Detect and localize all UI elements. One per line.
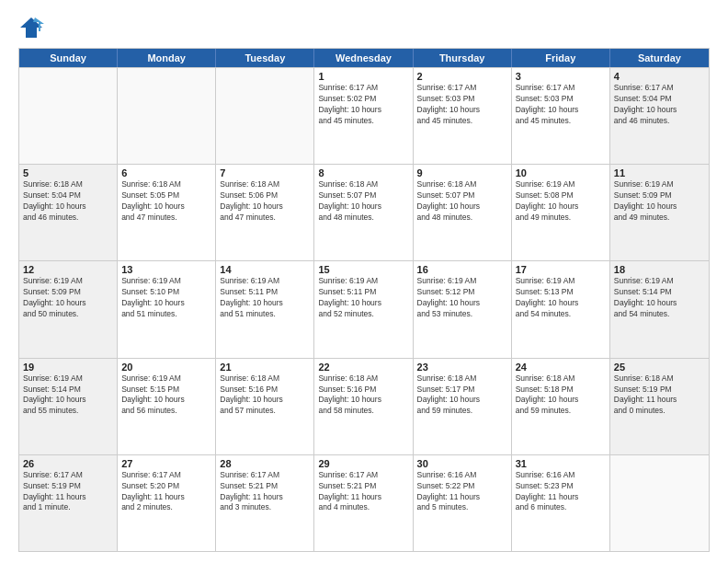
day-info: Sunrise: 6:18 AM Sunset: 5:16 PM Dayligh… — [220, 373, 310, 418]
day-number: 20 — [121, 362, 211, 373]
calendar-row-5: 26Sunrise: 6:17 AM Sunset: 5:19 PM Dayli… — [19, 454, 709, 551]
calendar-cell: 30Sunrise: 6:16 AM Sunset: 5:22 PM Dayli… — [414, 455, 512, 551]
calendar-body: 1Sunrise: 6:17 AM Sunset: 5:02 PM Daylig… — [19, 67, 709, 551]
day-info: Sunrise: 6:17 AM Sunset: 5:03 PM Dayligh… — [417, 83, 507, 127]
calendar-cell: 23Sunrise: 6:18 AM Sunset: 5:17 PM Dayli… — [414, 359, 512, 454]
day-info: Sunrise: 6:19 AM Sunset: 5:09 PM Dayligh… — [614, 179, 705, 224]
day-info: Sunrise: 6:18 AM Sunset: 5:04 PM Dayligh… — [23, 179, 113, 224]
day-number: 29 — [318, 458, 408, 469]
day-number: 31 — [516, 458, 606, 469]
day-number: 23 — [417, 362, 507, 373]
calendar-row-1: 1Sunrise: 6:17 AM Sunset: 5:02 PM Daylig… — [19, 67, 709, 164]
day-number: 15 — [318, 264, 408, 275]
calendar-cell: 16Sunrise: 6:19 AM Sunset: 5:12 PM Dayli… — [414, 261, 512, 357]
day-number: 14 — [220, 264, 310, 275]
calendar-cell — [118, 68, 216, 164]
calendar-cell: 22Sunrise: 6:18 AM Sunset: 5:16 PM Dayli… — [314, 359, 413, 454]
day-info: Sunrise: 6:17 AM Sunset: 5:03 PM Dayligh… — [516, 83, 606, 127]
day-info: Sunrise: 6:19 AM Sunset: 5:08 PM Dayligh… — [516, 179, 606, 224]
day-info: Sunrise: 6:19 AM Sunset: 5:15 PM Dayligh… — [121, 373, 211, 418]
day-number: 7 — [220, 167, 310, 178]
day-number: 12 — [23, 264, 113, 275]
weekday-header-monday: Monday — [118, 49, 216, 67]
day-info: Sunrise: 6:17 AM Sunset: 5:04 PM Dayligh… — [614, 83, 705, 127]
logo-icon — [18, 15, 44, 40]
calendar-cell: 18Sunrise: 6:19 AM Sunset: 5:14 PM Dayli… — [610, 261, 709, 357]
day-number: 17 — [516, 264, 606, 275]
calendar-cell — [610, 455, 709, 551]
day-number: 9 — [417, 167, 507, 178]
day-number: 19 — [23, 362, 113, 373]
calendar-cell: 17Sunrise: 6:19 AM Sunset: 5:13 PM Dayli… — [512, 261, 610, 357]
day-info: Sunrise: 6:18 AM Sunset: 5:19 PM Dayligh… — [614, 373, 705, 418]
calendar-cell: 27Sunrise: 6:17 AM Sunset: 5:20 PM Dayli… — [118, 455, 216, 551]
day-number: 21 — [220, 362, 310, 373]
weekday-header-friday: Friday — [512, 49, 610, 67]
calendar-row-4: 19Sunrise: 6:19 AM Sunset: 5:14 PM Dayli… — [19, 358, 709, 454]
calendar-header: SundayMondayTuesdayWednesdayThursdayFrid… — [19, 49, 709, 67]
day-number: 18 — [614, 264, 705, 275]
calendar-cell: 11Sunrise: 6:19 AM Sunset: 5:09 PM Dayli… — [610, 165, 709, 260]
day-number: 25 — [614, 362, 705, 373]
day-info: Sunrise: 6:17 AM Sunset: 5:02 PM Dayligh… — [318, 83, 408, 127]
day-info: Sunrise: 6:19 AM Sunset: 5:09 PM Dayligh… — [23, 276, 113, 320]
calendar-cell: 5Sunrise: 6:18 AM Sunset: 5:04 PM Daylig… — [19, 165, 118, 260]
day-info: Sunrise: 6:19 AM Sunset: 5:14 PM Dayligh… — [614, 276, 705, 320]
day-info: Sunrise: 6:18 AM Sunset: 5:18 PM Dayligh… — [516, 373, 606, 418]
calendar-cell: 14Sunrise: 6:19 AM Sunset: 5:11 PM Dayli… — [216, 261, 314, 357]
day-info: Sunrise: 6:17 AM Sunset: 5:19 PM Dayligh… — [23, 470, 113, 514]
day-number: 5 — [23, 167, 113, 178]
calendar-cell: 13Sunrise: 6:19 AM Sunset: 5:10 PM Dayli… — [118, 261, 216, 357]
day-number: 22 — [318, 362, 408, 373]
page: SundayMondayTuesdayWednesdayThursdayFrid… — [0, 0, 728, 563]
weekday-header-saturday: Saturday — [610, 49, 709, 67]
day-number: 3 — [516, 71, 606, 82]
calendar-cell: 9Sunrise: 6:18 AM Sunset: 5:07 PM Daylig… — [414, 165, 512, 260]
day-info: Sunrise: 6:19 AM Sunset: 5:14 PM Dayligh… — [23, 373, 113, 418]
calendar-row-2: 5Sunrise: 6:18 AM Sunset: 5:04 PM Daylig… — [19, 164, 709, 260]
day-info: Sunrise: 6:18 AM Sunset: 5:17 PM Dayligh… — [417, 373, 507, 418]
day-info: Sunrise: 6:16 AM Sunset: 5:22 PM Dayligh… — [417, 470, 507, 514]
day-number: 27 — [121, 458, 211, 469]
day-info: Sunrise: 6:19 AM Sunset: 5:12 PM Dayligh… — [417, 276, 507, 320]
calendar-cell: 4Sunrise: 6:17 AM Sunset: 5:04 PM Daylig… — [610, 68, 709, 164]
calendar-cell: 25Sunrise: 6:18 AM Sunset: 5:19 PM Dayli… — [610, 359, 709, 454]
day-info: Sunrise: 6:18 AM Sunset: 5:07 PM Dayligh… — [318, 179, 408, 224]
day-info: Sunrise: 6:18 AM Sunset: 5:05 PM Dayligh… — [121, 179, 211, 224]
day-number: 13 — [121, 264, 211, 275]
day-number: 24 — [516, 362, 606, 373]
weekday-header-thursday: Thursday — [414, 49, 512, 67]
day-info: Sunrise: 6:19 AM Sunset: 5:10 PM Dayligh… — [121, 276, 211, 320]
day-info: Sunrise: 6:18 AM Sunset: 5:06 PM Dayligh… — [220, 179, 310, 224]
calendar-cell: 20Sunrise: 6:19 AM Sunset: 5:15 PM Dayli… — [118, 359, 216, 454]
calendar-cell: 3Sunrise: 6:17 AM Sunset: 5:03 PM Daylig… — [512, 68, 610, 164]
calendar-cell: 21Sunrise: 6:18 AM Sunset: 5:16 PM Dayli… — [216, 359, 314, 454]
day-number: 16 — [417, 264, 507, 275]
day-info: Sunrise: 6:17 AM Sunset: 5:21 PM Dayligh… — [220, 470, 310, 514]
weekday-header-wednesday: Wednesday — [314, 49, 413, 67]
calendar-cell: 7Sunrise: 6:18 AM Sunset: 5:06 PM Daylig… — [216, 165, 314, 260]
day-number: 10 — [516, 167, 606, 178]
day-info: Sunrise: 6:19 AM Sunset: 5:11 PM Dayligh… — [220, 276, 310, 320]
calendar-cell: 19Sunrise: 6:19 AM Sunset: 5:14 PM Dayli… — [19, 359, 118, 454]
weekday-header-sunday: Sunday — [19, 49, 118, 67]
day-info: Sunrise: 6:19 AM Sunset: 5:13 PM Dayligh… — [516, 276, 606, 320]
day-number: 2 — [417, 71, 507, 82]
calendar-cell: 10Sunrise: 6:19 AM Sunset: 5:08 PM Dayli… — [512, 165, 610, 260]
calendar-cell: 28Sunrise: 6:17 AM Sunset: 5:21 PM Dayli… — [216, 455, 314, 551]
day-number: 8 — [318, 167, 408, 178]
day-number: 4 — [614, 71, 705, 82]
calendar: SundayMondayTuesdayWednesdayThursdayFrid… — [18, 48, 710, 552]
logo — [18, 15, 48, 40]
calendar-cell: 2Sunrise: 6:17 AM Sunset: 5:03 PM Daylig… — [414, 68, 512, 164]
calendar-cell — [216, 68, 314, 164]
day-number: 1 — [318, 71, 408, 82]
calendar-cell: 31Sunrise: 6:16 AM Sunset: 5:23 PM Dayli… — [512, 455, 610, 551]
day-number: 26 — [23, 458, 113, 469]
day-number: 6 — [121, 167, 211, 178]
day-number: 11 — [614, 167, 705, 178]
day-info: Sunrise: 6:18 AM Sunset: 5:16 PM Dayligh… — [318, 373, 408, 418]
day-info: Sunrise: 6:18 AM Sunset: 5:07 PM Dayligh… — [417, 179, 507, 224]
calendar-cell: 26Sunrise: 6:17 AM Sunset: 5:19 PM Dayli… — [19, 455, 118, 551]
calendar-cell: 6Sunrise: 6:18 AM Sunset: 5:05 PM Daylig… — [118, 165, 216, 260]
